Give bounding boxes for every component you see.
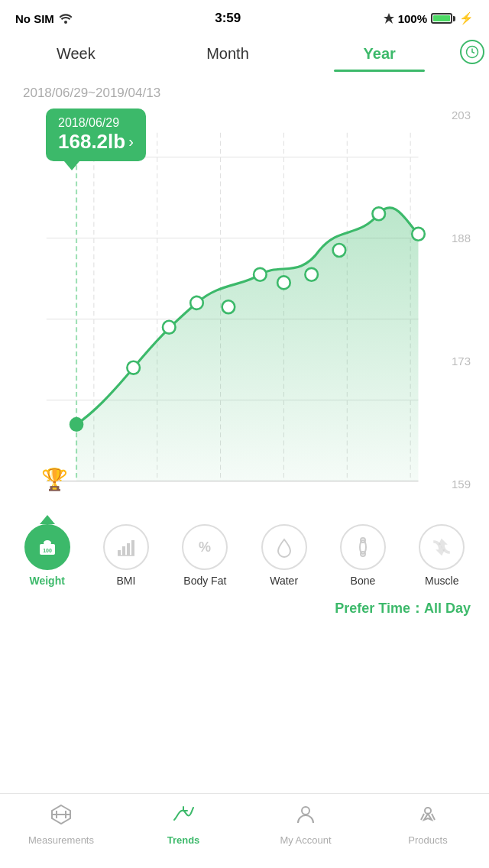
svg-point-23: [372, 207, 385, 220]
svg-rect-26: [44, 540, 51, 546]
tooltip-arrow-icon: ›: [128, 133, 134, 151]
clock-icon: [460, 40, 484, 64]
trophy-icon: 🏆: [41, 467, 68, 492]
svg-line-42: [421, 814, 424, 820]
tab-year[interactable]: Year: [303, 40, 455, 72]
y-label-203: 203: [452, 108, 471, 121]
svg-point-20: [277, 276, 290, 289]
svg-point-21: [305, 268, 318, 281]
svg-point-40: [302, 807, 309, 815]
svg-point-15: [127, 361, 140, 374]
metric-muscle-label: Muscle: [425, 575, 458, 587]
tab-week[interactable]: Week: [0, 40, 152, 72]
muscle-icon: [431, 536, 452, 558]
y-axis: 203 188 173 159: [452, 108, 474, 513]
status-carrier: No SIM: [15, 12, 73, 25]
bmi-icon: [115, 536, 137, 558]
metric-bodyfat-label: Body Fat: [183, 575, 226, 587]
svg-point-22: [333, 244, 346, 257]
metrics-row: 100 Weight BMI % Body Fat: [0, 513, 489, 587]
clock-button[interactable]: [455, 40, 489, 72]
nav-trends[interactable]: Trends: [122, 803, 244, 846]
wifi-icon: [59, 13, 73, 24]
location-icon: [384, 13, 394, 24]
status-bar: No SIM 3:59 100% ⚡: [0, 0, 489, 34]
chart-svg: [31, 108, 474, 513]
metric-weight-label: Weight: [29, 575, 64, 587]
svg-rect-29: [122, 546, 125, 555]
svg-point-17: [190, 296, 203, 309]
chart-container: 2018/06/29 168.2lb ›: [0, 108, 489, 513]
account-icon: [294, 803, 317, 831]
tabs-row: Week Month Year: [0, 34, 489, 72]
metric-bmi-label: BMI: [117, 575, 136, 587]
y-label-159: 159: [452, 478, 471, 491]
metric-water-label: Water: [270, 575, 298, 587]
metric-bone[interactable]: Bone: [332, 524, 393, 587]
bone-icon: [352, 536, 374, 558]
water-icon-wrap[interactable]: [261, 524, 307, 570]
weight-icon-wrap[interactable]: 100: [24, 524, 70, 570]
svg-line-43: [432, 814, 435, 820]
muscle-icon-wrap[interactable]: [419, 524, 465, 570]
nav-my-account[interactable]: My Account: [244, 803, 367, 846]
svg-point-14: [70, 418, 83, 431]
trends-icon: [172, 803, 195, 831]
svg-rect-30: [127, 543, 130, 555]
tab-month[interactable]: Month: [152, 40, 304, 72]
tooltip-value: 168.2lb: [58, 130, 125, 154]
chart-tooltip[interactable]: 2018/06/29 168.2lb ›: [46, 108, 146, 161]
metric-muscle[interactable]: Muscle: [411, 524, 472, 587]
bmi-icon-wrap[interactable]: [103, 524, 149, 570]
svg-point-24: [412, 228, 425, 241]
nav-products[interactable]: Products: [367, 803, 489, 846]
tooltip-date: 2018/06/29: [58, 116, 134, 130]
products-icon: [416, 803, 439, 831]
nav-account-label: My Account: [280, 834, 331, 846]
active-triangle: [40, 515, 55, 524]
svg-rect-31: [131, 540, 134, 555]
chart-inner: 2018/06/29 168.2lb ›: [31, 108, 474, 513]
nav-products-label: Products: [408, 834, 447, 846]
y-label-173: 173: [452, 355, 471, 368]
nav-trends-label: Trends: [167, 834, 200, 846]
svg-point-18: [222, 300, 235, 313]
metric-bone-label: Bone: [351, 575, 376, 587]
metric-water[interactable]: Water: [254, 524, 315, 587]
measurements-icon: [50, 803, 73, 831]
svg-text:100: 100: [43, 548, 52, 553]
status-time: 3:59: [215, 11, 241, 26]
water-icon: [274, 536, 295, 558]
y-label-188: 188: [452, 232, 471, 245]
date-range: 2018/06/29~2019/04/13: [0, 72, 489, 108]
status-battery-area: 100% ⚡: [384, 11, 474, 25]
nav-measurements[interactable]: Measurements: [0, 803, 122, 846]
nav-measurements-label: Measurements: [28, 834, 94, 846]
bottom-nav: Measurements Trends My Account: [0, 793, 489, 868]
battery-icon: [431, 13, 455, 24]
svg-rect-28: [118, 550, 121, 555]
carrier-text: No SIM: [15, 12, 54, 25]
prefer-time-row: Prefer Time：All Day: [0, 587, 489, 630]
lightning-icon: ⚡: [459, 11, 474, 25]
metric-bodyfat[interactable]: % Body Fat: [174, 524, 235, 587]
prefer-time-text: Prefer Time：All Day: [335, 601, 471, 616]
svg-point-16: [163, 321, 176, 334]
bodyfat-icon-wrap[interactable]: %: [182, 524, 228, 570]
weight-icon: 100: [37, 536, 58, 558]
metric-bmi[interactable]: BMI: [96, 524, 157, 587]
metric-weight[interactable]: 100 Weight: [17, 524, 78, 587]
bone-icon-wrap[interactable]: [340, 524, 386, 570]
svg-text:%: %: [199, 539, 211, 555]
svg-point-0: [64, 21, 67, 24]
svg-point-19: [254, 268, 267, 281]
battery-percent: 100%: [398, 12, 427, 25]
tooltip-pointer: [64, 161, 79, 170]
bodyfat-icon: %: [194, 536, 215, 558]
